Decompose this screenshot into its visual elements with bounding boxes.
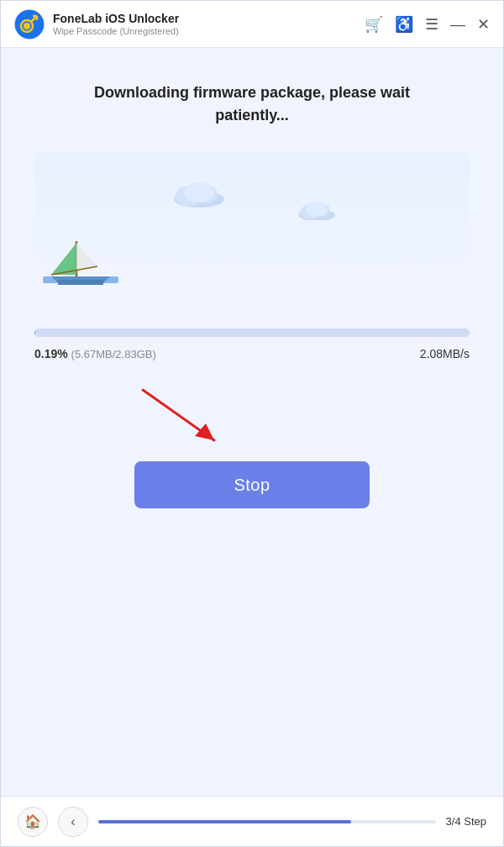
home-button[interactable]: 🏠: [18, 807, 48, 837]
back-icon: ‹: [71, 814, 75, 829]
step-progress-bar: [98, 820, 436, 823]
arrow-annotation-area: [34, 394, 470, 461]
titlebar-actions: 🛒 ♿ ☰ — ✕: [365, 17, 490, 32]
main-content: Downloading firmware package, please wai…: [1, 48, 503, 525]
back-button[interactable]: ‹: [58, 807, 88, 837]
stop-button-wrapper: Stop: [34, 461, 470, 508]
cart-icon[interactable]: 🛒: [365, 17, 383, 32]
app-title: FoneLab iOS Unlocker: [53, 12, 365, 26]
svg-marker-19: [195, 424, 214, 440]
step-label: 3/4 Step: [446, 815, 486, 828]
close-icon[interactable]: ✕: [477, 17, 490, 32]
animation-area: [34, 152, 470, 320]
svg-point-5: [24, 23, 30, 29]
app-subtitle: Wipe Passcode (Unregistered): [53, 26, 365, 36]
accessibility-icon[interactable]: ♿: [395, 17, 413, 32]
app-logo-icon: [14, 9, 45, 39]
minimize-icon[interactable]: —: [450, 17, 465, 32]
sailboat-icon: [43, 224, 118, 295]
bottom-bar: 🏠 ‹ 3/4 Step: [1, 796, 503, 846]
svg-point-9: [184, 182, 214, 203]
svg-point-13: [306, 202, 328, 217]
stop-button[interactable]: Stop: [134, 461, 370, 508]
red-arrow-icon: [134, 386, 235, 453]
cloud2-icon: [295, 198, 339, 224]
cloud1-icon: [169, 177, 229, 211]
progress-bar-fill: [34, 329, 35, 337]
progress-size: (5.67MB/2.83GB): [71, 348, 156, 360]
progress-left: 0.19% (5.67MB/2.83GB): [34, 347, 156, 360]
progress-speed: 2.08MB/s: [420, 347, 470, 360]
progress-bar-container: [34, 329, 470, 337]
progress-percent: 0.19%: [34, 347, 68, 360]
menu-icon[interactable]: ☰: [425, 17, 438, 32]
titlebar-text: FoneLab iOS Unlocker Wipe Passcode (Unre…: [53, 12, 365, 36]
titlebar: FoneLab iOS Unlocker Wipe Passcode (Unre…: [1, 1, 503, 48]
step-progress-fill: [98, 820, 351, 823]
home-icon: 🏠: [24, 813, 41, 829]
progress-info: 0.19% (5.67MB/2.83GB) 2.08MB/s: [34, 347, 470, 360]
svg-rect-15: [58, 280, 103, 285]
main-heading: Downloading firmware package, please wai…: [34, 82, 470, 127]
